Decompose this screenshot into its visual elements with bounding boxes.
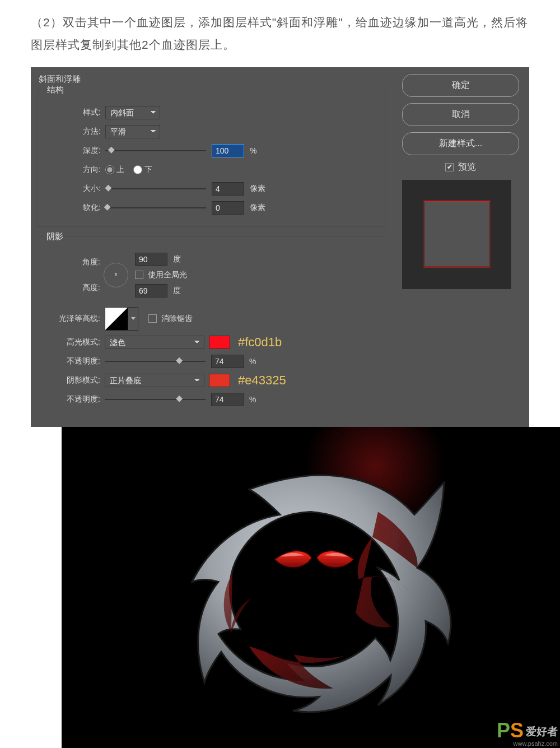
preview-checkbox[interactable]: 预览 [402, 161, 519, 173]
panel-title: 斜面和浮雕 [39, 74, 392, 85]
depth-unit: % [250, 146, 256, 155]
global-light-checkbox[interactable]: 使用全局光 [135, 270, 187, 280]
contour-label: 光泽等高线: [44, 314, 105, 324]
shadow-opacity-unit: % [249, 395, 256, 404]
size-unit: 像素 [250, 184, 265, 194]
structure-legend: 结构 [45, 85, 66, 95]
technique-select[interactable]: 平滑 [105, 125, 160, 138]
new-style-button[interactable]: 新建样式... [402, 132, 519, 155]
soften-label: 软化: [45, 203, 105, 213]
highlight-opacity-unit: % [249, 357, 256, 366]
shadow-mode-label: 阴影模式: [44, 375, 105, 385]
highlight-mode-label: 高光模式: [44, 337, 105, 347]
shadow-opacity-input[interactable] [211, 393, 244, 406]
shadow-mode-select[interactable]: 正片叠底 [105, 374, 204, 387]
highlight-opacity-input[interactable] [211, 355, 244, 368]
angle-dial[interactable] [104, 263, 128, 287]
cancel-button[interactable]: 取消 [402, 103, 519, 126]
soften-unit: 像素 [250, 203, 265, 213]
highlight-opacity-label: 不透明度: [44, 356, 105, 366]
ok-button[interactable]: 确定 [402, 74, 519, 97]
gloss-contour-swatch[interactable] [105, 307, 128, 331]
shadow-hex-note: #e43325 [238, 373, 286, 388]
structure-group: 结构 样式: 内斜面 方法: 平滑 深度: % 方向: 上 [38, 85, 385, 227]
highlight-hex-note: #fc0d1b [238, 335, 282, 350]
shading-group: 阴影 角度: 高度: [38, 231, 385, 418]
angle-unit: 度 [173, 254, 181, 264]
watermark: PS爱好者 www.psahz.com [497, 719, 558, 747]
style-select[interactable]: 内斜面 [105, 106, 160, 119]
emblem-artwork [165, 461, 456, 724]
result-preview-image [62, 427, 560, 748]
depth-label: 深度: [45, 146, 105, 156]
instruction-text: （2）双击其中一个血迹图层，添加图层样式"斜面和浮雕"，给血迹边缘加一道高光，然… [0, 0, 560, 62]
preview-thumbnail [402, 180, 511, 289]
style-label: 样式: [45, 108, 105, 118]
antialias-checkbox[interactable]: 消除锯齿 [148, 314, 193, 324]
direction-up-radio[interactable]: 上 [105, 165, 124, 175]
shadow-color-swatch[interactable] [209, 374, 230, 387]
altitude-label: 高度: [44, 283, 105, 293]
altitude-input[interactable] [135, 284, 167, 298]
direction-label: 方向: [45, 165, 105, 175]
depth-input[interactable] [212, 144, 244, 157]
size-label: 大小: [45, 184, 105, 194]
soften-input[interactable] [212, 201, 244, 215]
highlight-mode-select[interactable]: 滤色 [105, 336, 204, 349]
depth-slider[interactable] [105, 150, 206, 151]
bevel-emboss-panel: 斜面和浮雕 结构 样式: 内斜面 方法: 平滑 深度: % [31, 67, 529, 427]
direction-down-radio[interactable]: 下 [133, 165, 152, 175]
shadow-opacity-label: 不透明度: [44, 394, 105, 405]
soften-slider[interactable] [105, 207, 206, 208]
shadow-opacity-slider[interactable] [105, 399, 206, 400]
angle-label: 角度: [44, 257, 105, 267]
angle-input[interactable] [135, 253, 167, 266]
shading-legend: 阴影 [44, 231, 66, 242]
size-input[interactable] [212, 182, 244, 196]
gloss-contour-dropdown[interactable] [128, 307, 138, 331]
size-slider[interactable] [105, 188, 206, 189]
highlight-color-swatch[interactable] [209, 336, 230, 349]
technique-label: 方法: [45, 127, 105, 137]
altitude-unit: 度 [173, 286, 181, 296]
highlight-opacity-slider[interactable] [105, 361, 206, 362]
